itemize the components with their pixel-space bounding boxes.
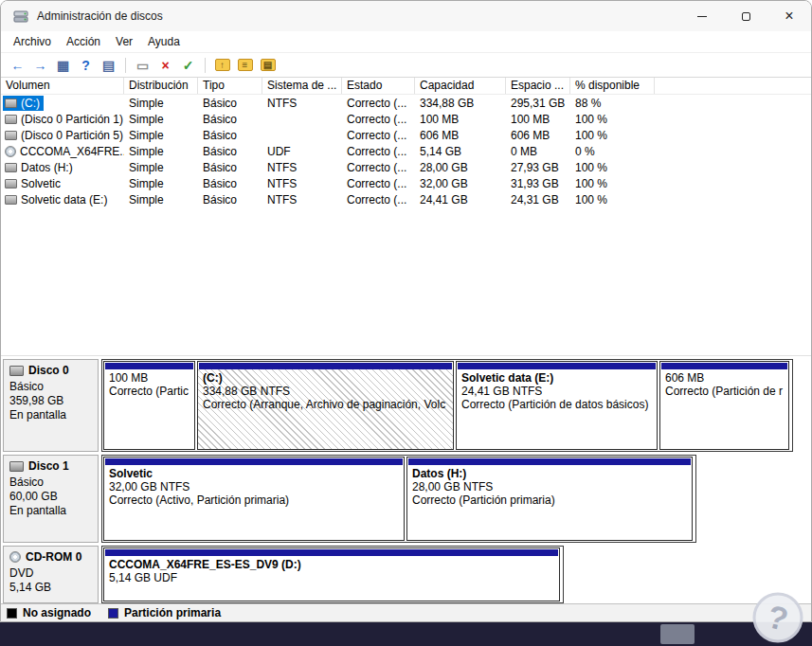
partition[interactable]: 100 MBCorrecto (Partic: [103, 361, 195, 450]
volume-name: (C:): [21, 97, 40, 110]
partition[interactable]: Solvetic32,00 GB NTFSCorrecto (Activo, P…: [103, 457, 405, 541]
menu-item-accion[interactable]: Acción: [59, 33, 108, 50]
partition-color-bar: [408, 458, 691, 465]
volume-table-header: VolumenDistribuciónTipoSistema de ...Est…: [1, 78, 811, 95]
type-cell: Básico: [198, 161, 262, 174]
partition[interactable]: (C:)334,88 GB NTFSCorrecto (Arranque, Ar…: [197, 361, 454, 450]
free-space-cell: 24,31 GB: [506, 193, 570, 206]
volume-row[interactable]: SolveticSimpleBásicoNTFSCorrecto (...32,…: [1, 175, 811, 191]
menu-item-archivo[interactable]: Archivo: [6, 33, 59, 50]
volume-row[interactable]: Solvetic data (E:)SimpleBásicoNTFSCorrec…: [1, 191, 811, 207]
type-cell: Básico: [198, 145, 262, 158]
column-header-volumen[interactable]: Volumen: [1, 78, 124, 94]
disk-info-panel-cd-rom-0[interactable]: CD-ROM 0DVD5,14 GB: [3, 546, 99, 603]
toolbar-separator: [205, 58, 206, 73]
back-button[interactable]: ←: [7, 55, 28, 75]
volume-name: Datos (H:): [21, 161, 73, 174]
partition[interactable]: 606 MBCorrecto (Partición de r: [659, 361, 789, 450]
capacity-cell: 606 MB: [415, 129, 506, 142]
properties-button[interactable]: ▤: [257, 55, 279, 75]
disk-info-panel-disco-0[interactable]: Disco 0Básico359,98 GBEn pantalla: [3, 359, 99, 452]
capacity-cell: 334,88 GB: [415, 97, 506, 110]
window-controls: ×: [680, 1, 811, 31]
partition[interactable]: CCCOMA_X64FRE_ES-ES_DV9 (D:)5,14 GB UDF: [103, 547, 560, 601]
percent-free-cell: 100 %: [570, 129, 655, 142]
help-button[interactable]: ?: [75, 55, 97, 75]
volume-name-cell: Solvetic: [1, 176, 124, 191]
explore-folder-button[interactable]: ≡: [234, 55, 256, 75]
console-tree-icon: ▦: [57, 59, 69, 72]
volume-row[interactable]: (C:)SimpleBásicoNTFSCorrecto (...334,88 …: [1, 95, 811, 111]
volume-table-body: (C:)SimpleBásicoNTFSCorrecto (...334,88 …: [1, 95, 811, 207]
console-tree-button[interactable]: ▦: [52, 55, 74, 75]
type-cell: Básico: [198, 193, 262, 206]
column-header-espacio[interactable]: Espacio ...: [506, 78, 570, 94]
filesystem-cell: NTFS: [262, 97, 342, 110]
delete-volume-button[interactable]: ×: [154, 55, 176, 75]
volume-name-cell: Solvetic data (E:): [1, 192, 124, 207]
menu-bar: ArchivoAcciónVerAyuda: [1, 31, 811, 52]
column-header-disponible[interactable]: % disponible: [570, 78, 655, 94]
volume-row[interactable]: Datos (H:)SimpleBásicoNTFSCorrecto (...2…: [1, 159, 811, 175]
capacity-cell: 28,00 GB: [415, 161, 506, 174]
volume-row[interactable]: (Disco 0 Partición 5)SimpleBásicoCorrect…: [1, 127, 811, 143]
partition-body: CCCOMA_X64FRE_ES-ES_DV9 (D:)5,14 GB UDF: [104, 556, 559, 601]
disk-name-row: Disco 1: [9, 459, 92, 473]
layout-cell: Simple: [124, 145, 198, 158]
open-folder-button[interactable]: ↑: [211, 55, 233, 75]
close-button[interactable]: ×: [767, 1, 811, 31]
layout-cell: Simple: [124, 129, 198, 142]
taskbar-item[interactable]: [660, 624, 695, 644]
minimize-button[interactable]: [680, 1, 724, 31]
volume-disk-icon: [5, 163, 17, 172]
column-header-sistema-de[interactable]: Sistema de ...: [262, 78, 342, 94]
partition-color-bar: [661, 363, 787, 369]
maximize-button[interactable]: [724, 1, 767, 31]
volume-name-cell: CCCOMA_X64FRE...: [1, 144, 124, 159]
volume-row[interactable]: CCCOMA_X64FRE...SimpleBásicoUDFCorrecto …: [1, 143, 811, 159]
volume-name: Solvetic: [21, 177, 61, 190]
export-list-button[interactable]: ▤: [98, 55, 119, 75]
mark-partition-button[interactable]: ✓: [177, 55, 199, 75]
maximize-icon: [742, 12, 750, 21]
open-folder-icon: ↑: [215, 59, 230, 71]
filesystem-cell: NTFS: [262, 161, 342, 174]
partition-status: Correcto (Activo, Partición primaria): [109, 493, 399, 507]
action-pane-button[interactable]: ▭: [132, 55, 153, 75]
explore-folder-icon: ≡: [238, 59, 253, 71]
partition-body: Solvetic32,00 GB NTFSCorrecto (Activo, P…: [104, 465, 404, 540]
layout-cell: Simple: [124, 193, 198, 206]
disk-info-panel-disco-1[interactable]: Disco 1Básico60,00 GBEn pantalla: [3, 455, 99, 543]
volume-selection: Solvetic: [3, 176, 64, 191]
partition[interactable]: Solvetic data (E:)24,41 GB NTFSCorrecto …: [456, 361, 658, 450]
column-header-tipo[interactable]: Tipo: [198, 78, 262, 94]
volume-selection: Datos (H:): [3, 160, 77, 175]
type-cell: Básico: [198, 129, 262, 142]
volume-disk-icon: [5, 131, 17, 140]
percent-free-cell: 88 %: [570, 97, 655, 110]
disk-status-label: En pantalla: [9, 504, 92, 518]
column-header-estado[interactable]: Estado: [342, 78, 415, 94]
partition[interactable]: Datos (H:)28,00 GB NTFSCorrecto (Partici…: [406, 457, 693, 541]
column-header-filler: [655, 78, 811, 94]
cdrom-icon: [9, 551, 21, 563]
menu-item-ver[interactable]: Ver: [108, 33, 140, 50]
solvetic-watermark: ?: [751, 591, 804, 644]
window-title: Administración de discos: [37, 9, 163, 23]
column-header-distribucion[interactable]: Distribución: [124, 78, 198, 94]
partition-body: Datos (H:)28,00 GB NTFSCorrecto (Partici…: [407, 465, 692, 540]
status-cell: Correcto (...: [342, 177, 415, 190]
column-header-capacidad[interactable]: Capacidad: [415, 78, 506, 94]
partition-status: Correcto (Partición de r: [665, 385, 784, 398]
partition-size: 28,00 GB NTFS: [412, 480, 687, 493]
layout-cell: Simple: [124, 161, 198, 174]
disk-size-label: 5,14 GB: [9, 581, 92, 595]
status-cell: Correcto (...: [342, 129, 415, 142]
volume-cd-icon: [5, 146, 16, 157]
menu-item-ayuda[interactable]: Ayuda: [140, 33, 188, 50]
partition-status: Correcto (Partición primaria): [412, 493, 687, 507]
forward-button[interactable]: →: [29, 55, 51, 75]
volume-row[interactable]: (Disco 0 Partición 1)SimpleBásicoCorrect…: [1, 111, 811, 127]
disk-size-label: 359,98 GB: [9, 394, 92, 408]
legend-bar: No asignadoPartición primaria: [1, 603, 811, 621]
